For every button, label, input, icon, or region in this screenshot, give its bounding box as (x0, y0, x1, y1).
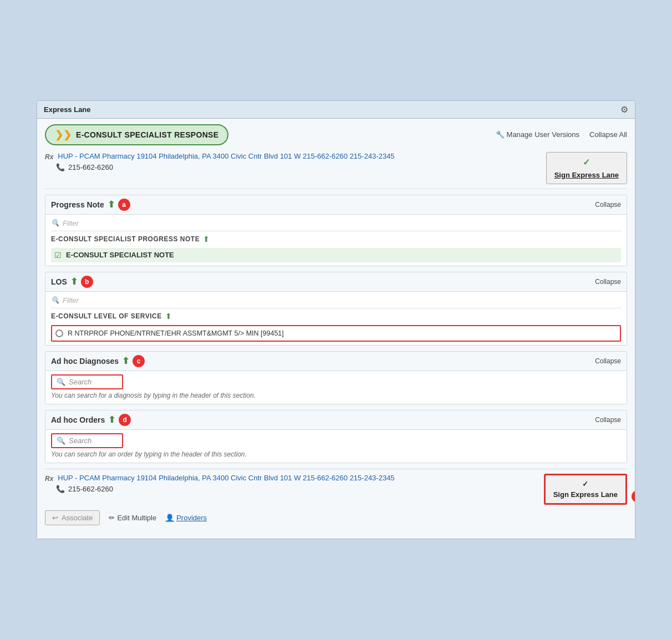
los-title: LOS ⬆ b (51, 276, 93, 288)
adhoc-orders-label: Ad hoc Orders (51, 415, 105, 424)
bottom-actions: ↩ Associate ✏ Edit Multiple 👤 Providers (45, 507, 627, 529)
progress-note-title: Progress Note ⬆ a (51, 199, 130, 211)
progress-note-body: 🔍 Filter E-CONSULT SPECIALIST PROGRESS N… (45, 215, 627, 266)
progress-note-label: Progress Note (51, 200, 104, 209)
header-actions: 🔧 Manage User Versions Collapse All (496, 130, 627, 139)
pharmacy-link-bottom[interactable]: HUP - PCAM Pharmacy 19104 Philadelphia, … (58, 474, 394, 482)
progress-note-subsection-title: E-CONSULT SPECIALIST PROGRESS NOTE (51, 235, 200, 243)
los-chevron[interactable]: ⬆ (70, 276, 78, 287)
sign-express-wrap-bottom: ✓ Sign Express Lane e (544, 474, 627, 505)
econsult-note-row: ☑ E-CONSULT SPECIALIST NOTE (51, 248, 621, 262)
adhoc-diagnoses-collapse[interactable]: Collapse (595, 357, 621, 365)
adhoc-diagnoses-hint: You can search for a diagnosis by typing… (51, 389, 621, 400)
pharmacy-name-row-bottom: Rx HUP - PCAM Pharmacy 19104 Philadelphi… (45, 474, 395, 483)
sign-express-btn-bottom[interactable]: ✓ Sign Express Lane (544, 474, 627, 505)
los-radio-button[interactable] (55, 329, 63, 337)
settings-icon[interactable]: ⚙ (620, 104, 628, 115)
adhoc-orders-badge: d (119, 414, 131, 426)
sign-express-label-top: Sign Express Lane (554, 171, 619, 179)
phone-text-top: 215-662-6260 (68, 163, 113, 171)
los-filter-icon: 🔍 (51, 296, 59, 304)
adhoc-orders-panel: Ad hoc Orders ⬆ d Collapse 🔍 Search You … (45, 410, 627, 463)
adhoc-orders-header: Ad hoc Orders ⬆ d Collapse (45, 410, 627, 430)
adhoc-diagnoses-header: Ad hoc Diagnoses ⬆ c Collapse (45, 352, 627, 371)
adhoc-diagnoses-body: 🔍 Search You can search for a diagnosis … (45, 371, 627, 404)
adhoc-orders-chevron[interactable]: ⬆ (108, 414, 115, 425)
double-chevron-icon: ❯❯ (55, 129, 72, 141)
adhoc-diagnoses-title: Ad hoc Diagnoses ⬆ c (51, 355, 145, 367)
pharmacy-info-bottom: Rx HUP - PCAM Pharmacy 19104 Philadelphi… (45, 474, 395, 493)
adhoc-orders-body: 🔍 Search You can search for an order by … (45, 430, 627, 463)
los-subsection-title: E-CONSULT LEVEL OF SERVICE (51, 312, 162, 320)
los-filter[interactable]: 🔍 Filter (51, 295, 621, 306)
divider-top (45, 189, 627, 189)
los-radio-label: R NTRPROF PHONE/NTRNET/EHR ASSMT&MGMT 5/… (68, 329, 284, 337)
adhoc-diagnoses-search-placeholder: Search (69, 378, 91, 386)
manage-versions-link[interactable]: 🔧 Manage User Versions (496, 130, 580, 139)
los-filter-placeholder: Filter (63, 296, 79, 305)
rx-icon-top: Rx (45, 153, 53, 161)
providers-label: Providers (176, 514, 207, 522)
adhoc-orders-search[interactable]: 🔍 Search (51, 433, 123, 448)
sign-express-btn-top[interactable]: ✓ Sign Express Lane (546, 152, 627, 184)
content-area: ❯❯ E-CONSULT SPECIALIST RESPONSE 🔧 Manag… (37, 119, 635, 539)
providers-icon: 👤 (165, 514, 174, 522)
los-subsection-chevron[interactable]: ⬆ (165, 312, 172, 321)
econsult-note-label: E-CONSULT SPECIALIST NOTE (66, 251, 174, 259)
phone-row-top: 📞 215-662-6260 (56, 163, 395, 171)
adhoc-diagnoses-chevron[interactable]: ⬆ (122, 356, 129, 366)
associate-button[interactable]: ↩ Associate (45, 510, 100, 525)
main-window: Express Lane ⚙ ❯❯ E-CONSULT SPECIALIST R… (37, 100, 635, 539)
wrench-icon: 🔧 (496, 130, 505, 139)
manage-versions-label: Manage User Versions (507, 130, 580, 139)
section-header-bar: ❯❯ E-CONSULT SPECIALIST RESPONSE 🔧 Manag… (45, 124, 627, 145)
checkbox-checked-icon: ☑ (54, 251, 62, 260)
edit-multiple-link[interactable]: ✏ Edit Multiple (109, 514, 156, 522)
sign-express-label-bottom: Sign Express Lane (553, 490, 618, 499)
los-badge: b (81, 276, 93, 288)
progress-note-collapse[interactable]: Collapse (595, 201, 621, 209)
progress-note-chevron[interactable]: ⬆ (108, 199, 115, 210)
progress-note-subsection-header: E-CONSULT SPECIALIST PROGRESS NOTE ⬆ (51, 231, 621, 246)
pharmacy-row-top: Rx HUP - PCAM Pharmacy 19104 Philadelphi… (45, 150, 627, 186)
adhoc-diagnoses-search[interactable]: 🔍 Search (51, 374, 123, 389)
check-icon-bottom: ✓ (582, 480, 588, 488)
los-collapse[interactable]: Collapse (595, 278, 621, 286)
providers-link[interactable]: 👤 Providers (165, 514, 207, 522)
los-subsection-header: E-CONSULT LEVEL OF SERVICE ⬆ (51, 308, 621, 323)
los-header: LOS ⬆ b Collapse (45, 272, 627, 292)
pharmacy-link-top[interactable]: HUP - PCAM Pharmacy 19104 Philadelphia, … (58, 152, 394, 160)
adhoc-diagnoses-search-icon: 🔍 (57, 378, 65, 386)
adhoc-diagnoses-badge: c (133, 355, 145, 367)
phone-row-bottom: 📞 215-662-6260 (56, 485, 395, 493)
adhoc-orders-search-placeholder: Search (69, 437, 91, 445)
progress-note-filter[interactable]: 🔍 Filter (51, 218, 621, 229)
rx-icon-bottom: Rx (45, 475, 53, 483)
edit-icon: ✏ (109, 514, 115, 522)
adhoc-orders-search-icon: 🔍 (57, 437, 65, 445)
progress-note-subsection-chevron[interactable]: ⬆ (203, 235, 210, 244)
associate-icon: ↩ (52, 514, 58, 522)
badge-e: e (632, 490, 635, 503)
title-bar: Express Lane ⚙ (37, 101, 635, 119)
window-title: Express Lane (44, 105, 91, 114)
phone-text-bottom: 215-662-6260 (68, 485, 113, 493)
los-body: 🔍 Filter E-CONSULT LEVEL OF SERVICE ⬆ R … (45, 292, 627, 345)
phone-icon-top: 📞 (56, 163, 65, 171)
filter-search-icon: 🔍 (51, 219, 59, 227)
pharmacy-info-top: Rx HUP - PCAM Pharmacy 19104 Philadelphi… (45, 152, 395, 171)
collapse-all-link[interactable]: Collapse All (589, 130, 627, 139)
bottom-section: Rx HUP - PCAM Pharmacy 19104 Philadelphi… (45, 469, 627, 531)
edit-label: Edit Multiple (117, 514, 156, 522)
pharmacy-name-row-top: Rx HUP - PCAM Pharmacy 19104 Philadelphi… (45, 152, 395, 161)
progress-note-header: Progress Note ⬆ a Collapse (45, 195, 627, 215)
los-panel: LOS ⬆ b Collapse 🔍 Filter E-CONSULT LEVE… (45, 272, 627, 346)
progress-note-badge: a (118, 199, 130, 211)
pharmacy-row-bottom: Rx HUP - PCAM Pharmacy 19104 Philadelphi… (45, 471, 627, 507)
econsult-title-badge: ❯❯ E-CONSULT SPECIALIST RESPONSE (45, 124, 228, 145)
adhoc-diagnoses-label: Ad hoc Diagnoses (51, 357, 119, 366)
check-icon-top: ✓ (583, 157, 590, 168)
adhoc-orders-collapse[interactable]: Collapse (595, 416, 621, 424)
phone-icon-bottom: 📞 (56, 485, 65, 493)
los-radio-row: R NTRPROF PHONE/NTRNET/EHR ASSMT&MGMT 5/… (51, 325, 621, 342)
